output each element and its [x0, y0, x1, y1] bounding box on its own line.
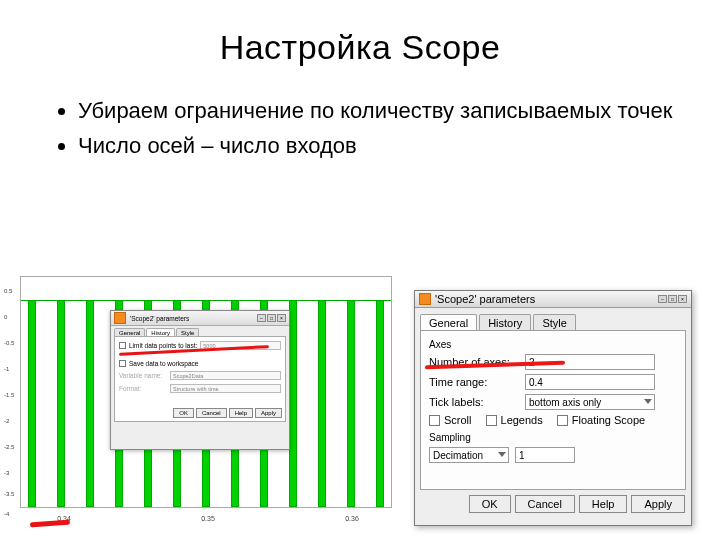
legends-label: Legends: [501, 414, 543, 426]
scroll-checkbox[interactable]: [429, 415, 440, 426]
format-label: Format:: [119, 385, 167, 392]
scope-params-history-dialog: 'Scope2' parameters – □ × General Histor…: [110, 310, 290, 450]
tab-history[interactable]: History: [479, 314, 531, 331]
decimation-select[interactable]: Decimation: [429, 447, 509, 463]
apply-button[interactable]: Apply: [631, 495, 685, 513]
legends-checkbox[interactable]: [486, 415, 497, 426]
tab-general[interactable]: General: [420, 314, 477, 331]
app-icon: [419, 293, 431, 305]
bullet-list: Убираем ограничение по количеству записы…: [38, 97, 720, 160]
ytick: -1.5: [4, 392, 14, 398]
maximize-icon[interactable]: □: [668, 295, 677, 303]
time-range-label: Time range:: [429, 376, 519, 388]
tick-labels-select[interactable]: bottom axis only: [525, 394, 655, 410]
time-range-input[interactable]: 0.4: [525, 374, 655, 390]
help-button[interactable]: Help: [229, 408, 253, 418]
floating-label: Floating Scope: [572, 414, 645, 426]
slide-title: Настройка Scope: [0, 0, 720, 67]
minimize-icon[interactable]: –: [257, 314, 266, 322]
app-icon: [114, 312, 126, 324]
scope-chart-figure: 0.5 0 -0.5 -1 -1.5 -2 -2.5 -3 -3.5 -4 0.…: [0, 270, 400, 530]
ytick: 0.5: [4, 288, 12, 294]
close-icon[interactable]: ×: [277, 314, 286, 322]
format-select[interactable]: Structure with time: [170, 384, 281, 393]
xtick: 0.36: [345, 515, 359, 522]
dialog-title: 'Scope2' parameters: [130, 315, 189, 322]
help-button[interactable]: Help: [579, 495, 628, 513]
maximize-icon[interactable]: □: [267, 314, 276, 322]
cancel-button[interactable]: Cancel: [196, 408, 227, 418]
dialog-title: 'Scope2' parameters: [435, 293, 535, 305]
limit-checkbox[interactable]: [119, 342, 126, 349]
minimize-icon[interactable]: –: [658, 295, 667, 303]
close-icon[interactable]: ×: [678, 295, 687, 303]
sampling-group-label: Sampling: [429, 432, 679, 443]
ytick: -3.5: [4, 491, 14, 497]
ytick: -4: [4, 511, 9, 517]
ytick: -2.5: [4, 444, 14, 450]
save-label: Save data to workspace: [129, 360, 198, 367]
varname-label: Variable name:: [119, 372, 167, 379]
limit-label: Limit data points to last:: [129, 342, 197, 349]
floating-checkbox[interactable]: [557, 415, 568, 426]
tab-style[interactable]: Style: [533, 314, 575, 331]
axes-group-label: Axes: [429, 339, 679, 350]
varname-input[interactable]: Scope2Data: [170, 371, 281, 380]
ok-button[interactable]: OK: [173, 408, 194, 418]
ok-button[interactable]: OK: [469, 495, 511, 513]
scope-params-general-dialog: 'Scope2' parameters – □ × General Histor…: [414, 290, 692, 526]
scroll-label: Scroll: [444, 414, 472, 426]
bullet-2: Число осей – число входов: [78, 132, 720, 161]
xtick: 0.35: [201, 515, 215, 522]
save-checkbox[interactable]: [119, 360, 126, 367]
tick-labels-label: Tick labels:: [429, 396, 519, 408]
cancel-button[interactable]: Cancel: [515, 495, 575, 513]
ytick: -1: [4, 366, 9, 372]
ytick: 0: [4, 314, 7, 320]
ytick: -0.5: [4, 340, 14, 346]
decimation-input[interactable]: 1: [515, 447, 575, 463]
ytick: -3: [4, 470, 9, 476]
apply-button[interactable]: Apply: [255, 408, 282, 418]
ytick: -2: [4, 418, 9, 424]
red-annotation-1: [30, 520, 70, 528]
bullet-1: Убираем ограничение по количеству записы…: [78, 97, 720, 126]
